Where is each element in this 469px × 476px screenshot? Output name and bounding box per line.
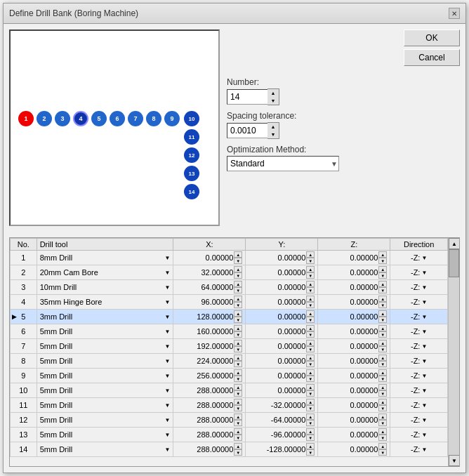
z-down[interactable]: ▼	[378, 361, 387, 367]
drill-dot-7[interactable]: 7	[128, 111, 143, 126]
x-up[interactable]: ▲	[234, 399, 242, 405]
cell-y[interactable]: ▲▼	[246, 251, 318, 265]
cell-y[interactable]: ▲▼	[246, 339, 318, 354]
cell-z[interactable]: ▲▼	[318, 413, 390, 428]
y-down[interactable]: ▼	[306, 317, 315, 323]
z-input[interactable]	[336, 342, 378, 350]
z-up[interactable]: ▲	[378, 281, 387, 287]
x-down[interactable]: ▼	[234, 390, 242, 397]
table-row[interactable]: 65mm Drill▼▲▼▲▼▲▼-Z:▼	[11, 324, 448, 339]
cell-x[interactable]: ▲▼	[173, 428, 246, 442]
cell-direction[interactable]: -Z:▼	[390, 310, 448, 324]
x-down[interactable]: ▼	[234, 346, 242, 352]
y-input[interactable]	[263, 416, 305, 424]
y-input[interactable]	[263, 283, 305, 291]
z-down[interactable]: ▼	[378, 331, 387, 338]
table-row[interactable]: 435mm Hinge Bore▼▲▼▲▼▲▼-Z:▼	[11, 295, 448, 310]
cell-z[interactable]: ▲▼	[318, 339, 390, 354]
cell-direction[interactable]: -Z:▼	[390, 428, 448, 442]
x-up[interactable]: ▲	[234, 369, 242, 376]
cell-direction[interactable]: -Z:▼	[390, 413, 448, 428]
cell-direction[interactable]: -Z:▼	[390, 369, 448, 383]
cell-x[interactable]: ▲▼	[173, 295, 246, 310]
scroll-down-button[interactable]: ▼	[449, 455, 459, 466]
x-input[interactable]	[191, 445, 233, 454]
z-down[interactable]: ▼	[378, 258, 387, 264]
cell-tool[interactable]: 5mm Drill▼	[37, 354, 173, 369]
direction-dropdown-arrow[interactable]: ▼	[421, 417, 427, 423]
x-input[interactable]	[191, 298, 233, 306]
x-input[interactable]	[191, 312, 233, 321]
tool-dropdown-arrow[interactable]: ▼	[164, 447, 170, 453]
cell-tool[interactable]: 5mm Drill▼	[37, 428, 173, 442]
cell-direction[interactable]: -Z:▼	[390, 398, 448, 413]
y-down[interactable]: ▼	[306, 361, 315, 367]
y-input[interactable]	[263, 386, 305, 395]
x-input[interactable]	[191, 283, 233, 291]
z-up[interactable]: ▲	[378, 399, 387, 405]
y-up[interactable]: ▲	[306, 428, 315, 435]
x-input[interactable]	[191, 327, 233, 336]
drill-dot-14[interactable]: 14	[184, 184, 199, 199]
cell-direction[interactable]: -Z:▼	[390, 442, 448, 457]
cell-tool[interactable]: 5mm Drill▼	[37, 413, 173, 428]
direction-dropdown-arrow[interactable]: ▼	[421, 343, 427, 350]
x-up[interactable]: ▲	[234, 296, 242, 302]
direction-dropdown-arrow[interactable]: ▼	[421, 373, 427, 379]
y-input[interactable]	[263, 312, 305, 321]
cell-tool[interactable]: 5mm Drill▼	[37, 324, 173, 339]
cell-tool[interactable]: 35mm Hinge Bore▼	[37, 295, 173, 310]
x-input[interactable]	[191, 401, 233, 409]
x-up[interactable]: ▲	[234, 310, 242, 317]
x-up[interactable]: ▲	[234, 443, 242, 449]
z-input[interactable]	[336, 253, 378, 262]
z-up[interactable]: ▲	[378, 384, 387, 390]
y-up[interactable]: ▲	[306, 325, 315, 331]
drill-dot-13[interactable]: 13	[184, 166, 199, 181]
z-down[interactable]: ▼	[378, 420, 387, 426]
x-input[interactable]	[191, 386, 233, 395]
z-up[interactable]: ▲	[378, 428, 387, 435]
cell-z[interactable]: ▲▼	[318, 442, 390, 457]
y-up[interactable]: ▲	[306, 399, 315, 405]
z-up[interactable]: ▲	[378, 325, 387, 331]
cell-y[interactable]: ▲▼	[246, 383, 318, 398]
x-input[interactable]	[191, 342, 233, 350]
z-input[interactable]	[336, 268, 378, 277]
cell-direction[interactable]: -Z:▼	[390, 295, 448, 310]
tool-dropdown-arrow[interactable]: ▼	[164, 388, 170, 394]
direction-dropdown-arrow[interactable]: ▼	[421, 358, 427, 364]
drill-dot-8[interactable]: 8	[146, 111, 161, 126]
x-input[interactable]	[191, 253, 233, 262]
spacing-input[interactable]	[227, 123, 267, 138]
z-up[interactable]: ▲	[378, 251, 387, 258]
cell-y[interactable]: ▲▼	[246, 369, 318, 383]
number-down-button[interactable]: ▼	[267, 97, 279, 105]
drill-dot-3[interactable]: 3	[55, 111, 70, 126]
drill-dot-10[interactable]: 10	[184, 111, 199, 126]
x-input[interactable]	[191, 430, 233, 439]
table-row[interactable]: 18mm Drill▼▲▼▲▼▲▼-Z:▼	[11, 251, 448, 265]
z-up[interactable]: ▲	[378, 296, 387, 302]
cell-x[interactable]: ▲▼	[173, 251, 246, 265]
cell-z[interactable]: ▲▼	[318, 265, 390, 280]
cell-tool[interactable]: 3mm Drill▼	[37, 310, 173, 324]
cell-x[interactable]: ▲▼	[173, 442, 246, 457]
table-row[interactable]: 125mm Drill▼▲▼▲▼▲▼-Z:▼	[11, 413, 448, 428]
z-input[interactable]	[336, 298, 378, 306]
cell-y[interactable]: ▲▼	[246, 310, 318, 324]
cell-y[interactable]: ▲▼	[246, 280, 318, 295]
tool-dropdown-arrow[interactable]: ▼	[164, 343, 170, 350]
x-up[interactable]: ▲	[234, 428, 242, 435]
cell-tool[interactable]: 5mm Drill▼	[37, 442, 173, 457]
cell-x[interactable]: ▲▼	[173, 413, 246, 428]
x-down[interactable]: ▼	[234, 420, 242, 426]
cell-x[interactable]: ▲▼	[173, 369, 246, 383]
drill-dot-1[interactable]: 1	[18, 111, 34, 126]
y-down[interactable]: ▼	[306, 302, 315, 308]
cancel-button[interactable]: Cancel	[404, 49, 460, 66]
y-input[interactable]	[263, 298, 305, 306]
cell-z[interactable]: ▲▼	[318, 251, 390, 265]
table-row[interactable]: 135mm Drill▼▲▼▲▼▲▼-Z:▼	[11, 428, 448, 442]
y-input[interactable]	[263, 253, 305, 262]
